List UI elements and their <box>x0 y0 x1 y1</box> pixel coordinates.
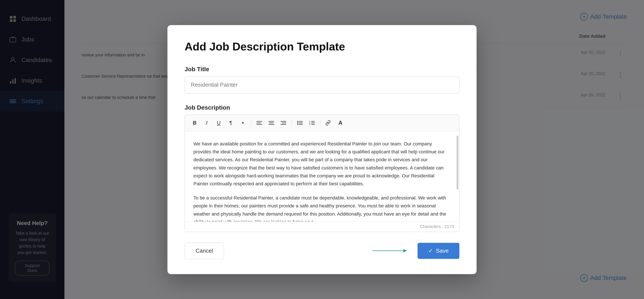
dropdown-arrow[interactable]: ▾ <box>237 118 248 128</box>
align-left-button[interactable] <box>254 118 265 128</box>
save-button[interactable]: ✓ Save <box>418 243 460 259</box>
job-title-input[interactable] <box>184 76 460 93</box>
bullet-list-button[interactable] <box>294 118 306 128</box>
modal-footer: Cancel ✓ Save <box>184 243 460 259</box>
svg-point-21 <box>297 121 298 122</box>
italic-button[interactable]: I <box>201 118 212 128</box>
modal-dialog: Add Job Description Template Job Title J… <box>168 25 476 274</box>
editor-paragraph-2: To be a successful Residential Painter, … <box>194 194 450 221</box>
editor-body[interactable]: We have an available position for a comm… <box>185 131 459 221</box>
paragraph-button[interactable]: ¶ <box>225 118 236 128</box>
editor-paragraph-1: We have an available position for a comm… <box>194 140 450 188</box>
save-label: Save <box>436 248 449 254</box>
footer-right: ✓ Save <box>370 243 460 259</box>
svg-point-23 <box>297 122 298 123</box>
rich-text-editor: B I U ¶ ▾ <box>184 115 460 232</box>
align-center-button[interactable] <box>266 118 277 128</box>
toolbar-separator-2 <box>292 120 292 126</box>
arrow-indicator <box>370 247 409 255</box>
editor-scrollbar[interactable] <box>456 136 458 190</box>
link-button[interactable] <box>323 118 334 128</box>
toolbar-separator-1 <box>251 120 251 126</box>
modal-title: Add Job Description Template <box>184 40 460 53</box>
char-count: Characters : 2173 <box>185 221 459 232</box>
editor-toolbar: B I U ¶ ▾ <box>185 115 459 131</box>
toolbar-separator-3 <box>320 120 320 126</box>
svg-point-25 <box>297 124 298 125</box>
svg-marker-34 <box>403 249 407 253</box>
job-title-label: Job Title <box>184 66 460 73</box>
clear-format-button[interactable]: A <box>335 118 346 128</box>
job-description-label: Job Description <box>184 104 460 111</box>
svg-text:3.: 3. <box>309 123 311 125</box>
modal-overlay: Add Job Description Template Job Title J… <box>0 0 644 299</box>
numbered-list-button[interactable]: 1. 2. 3. <box>306 118 318 128</box>
save-checkmark-icon: ✓ <box>428 248 433 254</box>
align-right-button[interactable] <box>278 118 289 128</box>
underline-button[interactable]: U <box>213 118 224 128</box>
bold-button[interactable]: B <box>189 118 200 128</box>
cancel-button[interactable]: Cancel <box>184 243 224 259</box>
